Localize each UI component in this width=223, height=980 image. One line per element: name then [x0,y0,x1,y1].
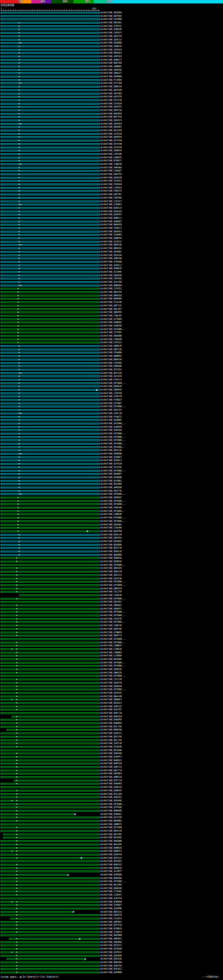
hit-bar[interactable] [1,86,99,88]
hit-bar[interactable] [1,96,99,98]
hit-bar[interactable] [1,493,99,495]
hit-bar[interactable] [1,635,99,636]
hit-bar[interactable] [1,385,99,387]
hit-bar[interactable] [1,470,99,472]
hit-bar[interactable] [1,167,99,169]
hit-bar[interactable] [1,18,99,20]
hit-bar[interactable] [1,355,99,357]
hit-bar[interactable] [1,197,99,199]
hit-bar[interactable] [1,638,99,640]
hit-bar[interactable] [1,632,99,633]
hit-bar[interactable] [1,962,99,963]
hit-bar[interactable] [1,601,99,603]
hit-bar[interactable] [1,497,99,498]
hit-bar[interactable] [1,699,99,700]
hit-bar[interactable] [1,140,99,142]
hit-bar[interactable] [1,615,99,616]
hit-bar[interactable] [1,49,99,51]
hit-bar[interactable] [1,315,99,317]
hit-bar[interactable] [1,726,99,728]
hit-bar[interactable] [1,460,99,461]
hit-bar[interactable] [1,877,99,879]
hit-bar[interactable] [1,281,99,283]
hit-bar[interactable] [1,372,99,374]
hit-bar[interactable] [1,567,99,569]
hit-bar[interactable] [3,834,99,835]
hit-bar[interactable] [1,628,99,630]
hit-bar[interactable] [1,793,99,795]
hit-bar[interactable] [1,578,99,579]
hit-bar[interactable] [1,648,99,650]
hit-bar[interactable] [1,679,99,680]
hit-bar[interactable] [1,200,99,202]
hit-bar[interactable] [1,955,99,957]
hit-bar[interactable] [1,921,99,923]
hit-bar[interactable] [6,729,99,731]
hit-bar[interactable] [1,106,99,108]
hit-bar[interactable] [1,110,99,111]
hit-bar[interactable] [1,62,99,64]
hit-bar[interactable] [1,214,99,216]
hit-bar[interactable] [1,800,99,802]
hit-bar[interactable] [1,665,99,667]
hit-bar[interactable] [1,382,99,384]
hit-bar[interactable] [1,934,99,936]
hit-bar[interactable] [1,510,99,512]
hit-bar[interactable] [1,379,99,381]
hit-bar[interactable] [1,719,99,721]
hit-bar[interactable] [1,672,99,674]
hit-bar[interactable] [1,446,99,448]
hit-bar[interactable] [1,419,99,421]
hit-bar[interactable] [1,514,99,515]
hit-bar[interactable] [1,130,99,131]
hit-bar[interactable] [1,413,99,414]
hit-bar[interactable] [1,79,99,81]
hit-bar[interactable] [1,318,99,320]
hit-bar[interactable] [1,692,99,694]
hit-bar[interactable] [1,275,99,276]
hit-bar[interactable] [1,736,99,738]
hit-bar[interactable] [1,924,99,926]
hit-bar[interactable] [1,423,99,425]
hit-bar[interactable] [1,133,99,135]
hit-bar[interactable] [1,116,99,118]
hit-bar[interactable] [1,931,99,933]
hit-bar[interactable] [1,544,99,546]
hit-bar[interactable] [1,827,99,829]
hit-bar[interactable] [1,756,99,758]
hit-bar[interactable] [1,608,99,610]
hit-bar[interactable] [1,264,99,266]
hit-bar[interactable] [1,740,99,741]
hit-bar[interactable] [1,258,99,259]
hit-bar[interactable] [1,968,99,970]
hit-bar[interactable] [1,251,99,253]
hit-bar[interactable] [1,241,99,243]
hit-bar[interactable] [6,958,85,960]
hit-bar[interactable] [1,847,99,849]
hit-bar[interactable] [1,463,99,465]
hit-bar[interactable] [1,228,99,229]
hit-bar[interactable] [1,393,99,394]
hit-bar[interactable] [1,153,99,155]
hit-bar[interactable] [1,339,99,340]
hit-bar[interactable] [1,861,99,862]
hit-bar[interactable] [1,668,99,670]
hit-bar[interactable] [1,349,99,350]
hit-bar[interactable] [1,430,99,431]
hit-bar[interactable] [1,881,99,882]
hit-bar[interactable] [1,29,99,30]
hit-bar[interactable] [1,743,99,744]
hit-bar[interactable] [1,972,99,974]
hit-bar[interactable] [1,598,99,600]
hit-bar[interactable] [1,93,99,95]
hit-bar[interactable] [1,255,99,256]
hit-bar[interactable] [1,204,99,205]
hit-bar[interactable] [1,537,99,539]
hit-bar[interactable] [1,332,99,333]
hit-bar[interactable] [1,490,99,492]
hit-bar[interactable] [1,870,99,872]
hit-bar[interactable] [1,591,99,593]
hit-bar[interactable] [1,66,99,67]
hit-bar[interactable] [1,908,99,909]
hit-bar[interactable] [1,309,99,310]
